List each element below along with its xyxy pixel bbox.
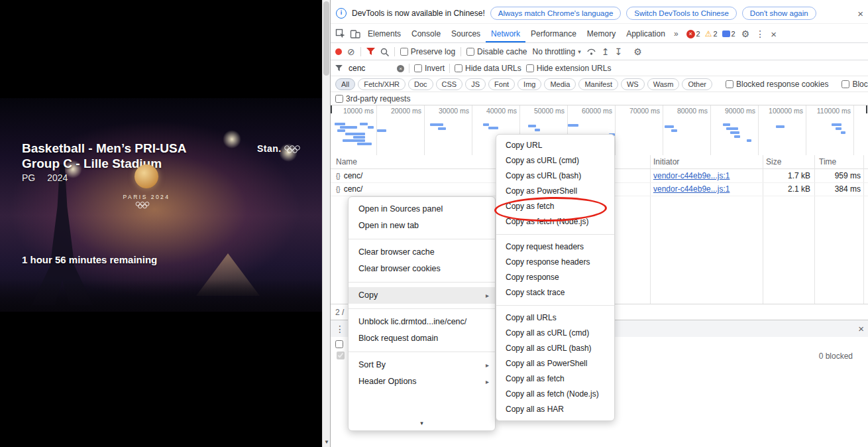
request-name-cell[interactable]: {}cenc/ — [336, 171, 362, 180]
column-header-initiator[interactable]: Initiator — [653, 157, 679, 166]
tab-performance[interactable]: Performance — [525, 26, 582, 42]
request-name-cell[interactable]: {}cenc/ — [336, 184, 362, 194]
network-settings-gear-icon[interactable]: ⚙ — [633, 46, 642, 57]
type-pill-manifest[interactable]: Manifest — [578, 78, 618, 90]
filter-funnel-icon[interactable] — [366, 48, 375, 56]
menu-item-copy-all-powershell[interactable]: Copy all as PowerShell — [496, 356, 614, 371]
third-party-input[interactable] — [335, 95, 343, 103]
filter-input[interactable] — [347, 63, 392, 74]
hide-data-urls-input[interactable] — [455, 64, 462, 72]
hide-extension-urls-checkbox[interactable]: Hide extension URLs — [526, 64, 612, 73]
initiator-link[interactable]: vendor-c44eb9e...js:1 — [653, 184, 730, 194]
menu-item-copy-all-curl-cmd[interactable]: Copy all as cURL (cmd) — [496, 326, 614, 341]
menu-item-unblock[interactable]: Unblock lic.drmtod...ine/cenc/ — [349, 314, 495, 330]
invert-checkbox[interactable]: Invert — [414, 64, 445, 73]
menu-item-open-new-tab[interactable]: Open in new tab — [349, 218, 495, 234]
export-har-icon[interactable]: ↧ — [614, 47, 622, 56]
type-pill-media[interactable]: Media — [544, 78, 576, 90]
blocked-requests-input[interactable] — [841, 80, 849, 88]
search-icon[interactable] — [380, 48, 389, 56]
menu-item-copy-response-headers[interactable]: Copy response headers — [496, 255, 614, 270]
menu-item-clear-cache[interactable]: Clear browser cache — [349, 244, 495, 261]
blocked-requests-checkbox[interactable]: Blocked requests — [841, 80, 868, 89]
menu-item-copy-all-curl-bash[interactable]: Copy all as cURL (bash) — [496, 341, 614, 356]
throttling-dropdown[interactable]: No throttling ▾ — [532, 47, 580, 56]
blocked-pattern-checkbox[interactable] — [337, 351, 345, 359]
type-pill-fetchxhr[interactable]: Fetch/XHR — [358, 78, 406, 90]
clear-requests-icon[interactable]: ⊘ — [347, 47, 355, 56]
network-conditions-icon[interactable] — [586, 48, 596, 56]
clear-filter-icon[interactable]: × — [397, 65, 404, 72]
menu-item-copy-all-urls[interactable]: Copy all URLs — [496, 310, 614, 326]
menu-item-copy-powershell[interactable]: Copy as PowerShell — [496, 184, 614, 199]
type-pill-doc[interactable]: Doc — [408, 78, 433, 90]
device-toolbar-icon[interactable] — [350, 29, 360, 39]
menu-item-copy-request-headers[interactable]: Copy request headers — [496, 239, 614, 255]
scrollbar-thumb[interactable] — [323, 1, 329, 76]
menu-item-sort-by[interactable]: Sort By ▸ — [349, 357, 495, 373]
infobar-close-icon[interactable]: × — [857, 9, 863, 19]
disable-cache-checkbox[interactable]: Disable cache — [466, 47, 527, 56]
type-pill-all[interactable]: All — [335, 78, 355, 90]
error-count-badge[interactable]: × 2 — [686, 30, 700, 38]
match-chrome-language-button[interactable]: Always match Chrome's language — [490, 7, 622, 20]
drawer-close-icon[interactable]: × — [858, 324, 864, 334]
switch-devtools-chinese-button[interactable]: Switch DevTools to Chinese — [626, 7, 737, 20]
type-pill-wasm[interactable]: Wasm — [647, 78, 680, 90]
menu-item-copy-url[interactable]: Copy URL — [496, 138, 614, 153]
hide-data-urls-checkbox[interactable]: Hide data URLs — [455, 64, 521, 73]
blocked-response-cookies-input[interactable] — [726, 80, 733, 88]
record-icon[interactable] — [335, 48, 342, 55]
menu-item-copy-all-har[interactable]: Copy all as HAR — [496, 402, 614, 417]
type-pill-other[interactable]: Other — [682, 78, 712, 90]
menu-item-copy-all-fetch-node[interactable]: Copy all as fetch (Node.js) — [496, 387, 614, 402]
column-header-time[interactable]: Time — [819, 157, 836, 166]
menu-item-copy-stack-trace[interactable]: Copy stack trace — [496, 285, 614, 300]
menu-scroll-down-icon[interactable]: ▾ — [349, 420, 495, 426]
menu-item-open-sources[interactable]: Open in Sources panel — [349, 201, 495, 218]
blocked-response-cookies-checkbox[interactable]: Blocked response cookies — [726, 80, 828, 89]
type-pill-ws[interactable]: WS — [621, 78, 645, 90]
tab-network[interactable]: Network — [486, 26, 525, 42]
tab-sources[interactable]: Sources — [446, 26, 486, 42]
warning-count-badge[interactable]: ⚠ 2 — [705, 30, 718, 38]
message-count-badge[interactable]: 2 — [722, 30, 735, 38]
tab-elements[interactable]: Elements — [362, 26, 406, 42]
third-party-checkbox[interactable]: 3rd-party requests — [335, 94, 410, 103]
tab-console[interactable]: Console — [406, 26, 446, 42]
tab-memory[interactable]: Memory — [582, 26, 621, 42]
type-pill-font[interactable]: Font — [488, 78, 515, 90]
menu-item-copy-as-fetch[interactable]: Copy as fetch — [496, 199, 614, 214]
timeline-right-handle[interactable] — [866, 105, 867, 113]
devtools-close-icon[interactable]: × — [771, 29, 777, 40]
enable-blocking-checkbox[interactable] — [335, 340, 343, 348]
timeline-left-handle[interactable] — [331, 105, 332, 113]
menu-item-block-domain[interactable]: Block request domain — [349, 330, 495, 347]
column-header-name[interactable]: Name — [336, 157, 357, 166]
video-player[interactable]: Basketball - Men’s PRI-USA Group C - Lil… — [0, 0, 322, 447]
tab-application[interactable]: Application — [621, 26, 671, 42]
invert-input[interactable] — [414, 64, 422, 72]
import-har-icon[interactable]: ↥ — [602, 47, 610, 56]
initiator-link[interactable]: vendor-c44eb9e...js:1 — [653, 171, 730, 180]
menu-item-copy-response[interactable]: Copy response — [496, 270, 614, 285]
inspect-icon[interactable] — [335, 29, 346, 39]
preserve-log-input[interactable] — [400, 48, 408, 56]
kebab-menu-icon[interactable]: ⋮ — [755, 29, 765, 39]
menu-item-copy-all-fetch[interactable]: Copy all as fetch — [496, 371, 614, 387]
menu-item-copy-curl-cmd[interactable]: Copy as cURL (cmd) — [496, 153, 614, 168]
drawer-kebab-icon[interactable]: ⋮ — [335, 324, 345, 334]
menu-item-copy-fetch-node[interactable]: Copy as fetch (Node.js) — [496, 214, 614, 229]
type-pill-js[interactable]: JS — [465, 78, 486, 90]
preserve-log-checkbox[interactable]: Preserve log — [400, 47, 455, 56]
disable-cache-input[interactable] — [466, 48, 474, 56]
hide-extension-urls-input[interactable] — [526, 64, 534, 72]
menu-item-copy[interactable]: Copy ▸ — [349, 287, 495, 304]
menu-item-header-options[interactable]: Header Options ▸ — [349, 373, 495, 390]
settings-gear-icon[interactable]: ⚙ — [741, 29, 750, 39]
type-pill-css[interactable]: CSS — [436, 78, 463, 90]
type-pill-img[interactable]: Img — [517, 78, 541, 90]
menu-item-clear-cookies[interactable]: Clear browser cookies — [349, 261, 495, 277]
menu-item-copy-curl-bash[interactable]: Copy as cURL (bash) — [496, 168, 614, 184]
column-header-size[interactable]: Size — [766, 157, 781, 166]
